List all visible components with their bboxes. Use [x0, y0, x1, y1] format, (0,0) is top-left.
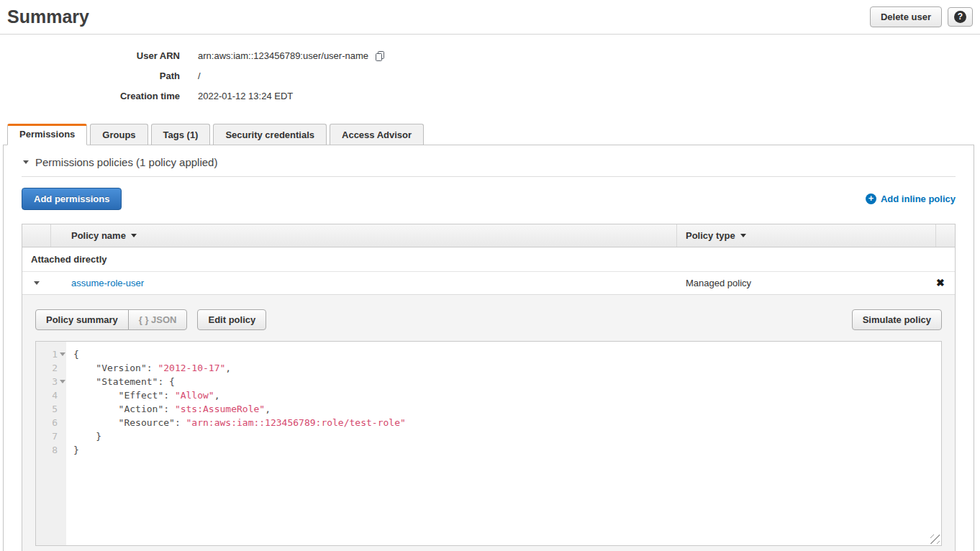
sort-caret-icon: [740, 234, 746, 237]
permissions-policies-section-toggle[interactable]: Permissions policies (1 policy applied): [22, 145, 956, 176]
plus-circle-icon: +: [866, 193, 876, 204]
user-arn-label: User ARN: [0, 46, 180, 66]
policy-table-header: Policy name Policy type: [22, 224, 955, 247]
policy-detail-panel: Policy summary { } JSON Edit policy Simu…: [22, 294, 955, 551]
add-inline-policy-label: Add inline policy: [881, 193, 956, 204]
section-title: Permissions policies (1 policy applied): [35, 156, 217, 168]
tab-groups[interactable]: Groups: [90, 124, 148, 145]
json-view-button[interactable]: { } JSON: [128, 309, 188, 330]
tab-access-advisor[interactable]: Access Advisor: [330, 124, 424, 145]
user-arn-value: arn:aws:iam::123456789:user/user-name: [198, 46, 368, 66]
page-header: Summary Delete user ?: [0, 0, 980, 35]
policy-summary-button[interactable]: Policy summary: [35, 309, 129, 330]
add-inline-policy-link[interactable]: + Add inline policy: [866, 193, 956, 204]
row-expander[interactable]: [22, 281, 51, 285]
tab-permissions[interactable]: Permissions: [7, 124, 87, 145]
help-button[interactable]: ?: [948, 7, 973, 27]
tab-security-credentials[interactable]: Security credentials: [213, 124, 327, 145]
policy-name-column-header[interactable]: Policy name: [51, 224, 677, 247]
section-divider: [22, 176, 956, 177]
simulate-policy-button[interactable]: Simulate policy: [852, 309, 942, 330]
path-value: /: [198, 66, 201, 86]
copy-icon[interactable]: [374, 50, 386, 62]
policy-name-link[interactable]: assume-role-user: [71, 278, 144, 288]
meta-row-user-arn: User ARN arn:aws:iam::123456789:user/use…: [0, 46, 980, 66]
section-collapse-caret-icon: [23, 160, 29, 164]
row-expand-caret-icon: [34, 281, 40, 285]
help-icon: ?: [954, 11, 966, 23]
header-actions: Delete user ?: [870, 6, 973, 27]
tab-bar: Permissions Groups Tags (1) Security cre…: [0, 124, 980, 145]
policy-name-header-label: Policy name: [71, 230, 126, 241]
code-editor-lines: { "Version": "2012-10-17", "Statement": …: [66, 342, 406, 545]
creation-time-value: 2022-01-12 13:24 EDT: [198, 86, 293, 106]
policy-table-row: assume-role-user Managed policy ✖: [22, 272, 955, 294]
remove-policy-icon[interactable]: ✖: [936, 277, 945, 288]
policy-type-header-label: Policy type: [686, 230, 735, 241]
policy-type-value: Managed policy: [677, 278, 936, 288]
meta-row-creation-time: Creation time 2022-01-12 13:24 EDT: [0, 86, 980, 106]
path-label: Path: [0, 66, 180, 86]
tab-tags[interactable]: Tags (1): [151, 124, 211, 145]
expander-column-header: [22, 224, 51, 247]
permissions-tab-panel: Permissions policies (1 policy applied) …: [3, 145, 974, 551]
policy-table: Policy name Policy type Attached directl…: [22, 224, 956, 551]
creation-time-label: Creation time: [0, 86, 180, 106]
policy-view-toggle-group: Policy summary { } JSON: [35, 309, 187, 330]
meta-row-path: Path /: [0, 66, 980, 86]
add-permissions-button[interactable]: Add permissions: [22, 188, 122, 210]
policy-type-column-header[interactable]: Policy type: [677, 224, 936, 247]
action-column-header: [936, 224, 955, 247]
sort-caret-icon: [131, 234, 137, 237]
edit-policy-button[interactable]: Edit policy: [197, 309, 266, 330]
policy-actions-row: Add permissions + Add inline policy: [22, 188, 956, 210]
code-editor-gutter: 12345678: [36, 342, 66, 545]
editor-resize-handle-icon[interactable]: [930, 534, 940, 544]
page-title: Summary: [7, 6, 89, 27]
json-code-editor[interactable]: 12345678 { "Version": "2012-10-17", "Sta…: [35, 341, 942, 546]
policy-detail-actions: Policy summary { } JSON Edit policy Simu…: [35, 309, 942, 330]
attached-directly-group-row: Attached directly: [22, 247, 955, 272]
user-meta: User ARN arn:aws:iam::123456789:user/use…: [0, 35, 980, 117]
delete-user-button[interactable]: Delete user: [870, 6, 942, 27]
